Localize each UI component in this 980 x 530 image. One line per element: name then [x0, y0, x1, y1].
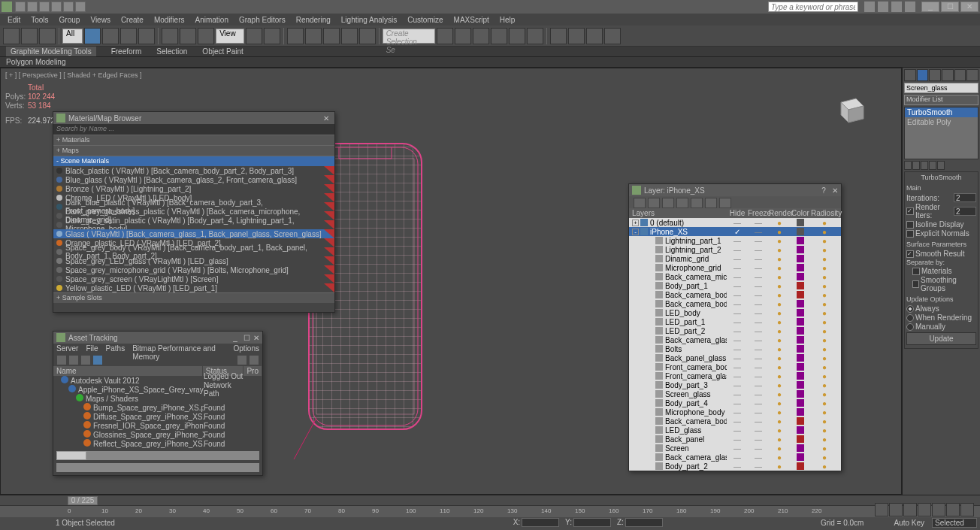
- render-toggle[interactable]: ●: [769, 237, 790, 245]
- render-toggle[interactable]: ●: [769, 453, 790, 462]
- asset-head-name[interactable]: Name: [53, 366, 203, 376]
- motion-tab[interactable]: [942, 69, 954, 81]
- schematic-view-btn[interactable]: [509, 28, 525, 44]
- y-coord-input[interactable]: [573, 518, 611, 527]
- ribbon-tab-freeform[interactable]: Freeform: [111, 47, 142, 56]
- radiosity-toggle[interactable]: ●: [811, 462, 838, 471]
- freeze-toggle[interactable]: —: [748, 435, 769, 444]
- hide-toggle[interactable]: —: [727, 426, 748, 435]
- hide-toggle[interactable]: —: [727, 345, 748, 353]
- render-toggle[interactable]: ●: [769, 318, 790, 326]
- freeze-toggle[interactable]: —: [748, 390, 769, 398]
- key-mode-dropdown[interactable]: Selected: [932, 518, 977, 528]
- render-toggle[interactable]: ●: [769, 300, 790, 308]
- freeze-toggle[interactable]: —: [748, 363, 769, 371]
- object-name-field[interactable]: [904, 83, 978, 93]
- help-search-input[interactable]: [768, 2, 858, 12]
- window-close[interactable]: ✕: [960, 2, 978, 12]
- freeze-toggle[interactable]: —: [748, 381, 769, 389]
- hide-toggle[interactable]: —: [727, 444, 748, 453]
- freeze-toggle[interactable]: —: [748, 444, 769, 453]
- hide-toggle[interactable]: —: [727, 309, 748, 317]
- layer-new-btn[interactable]: [634, 198, 646, 208]
- favorites-icon[interactable]: [891, 2, 902, 12]
- modifier-editable-poly[interactable]: Editable Poly: [905, 117, 978, 127]
- asset-btn-6[interactable]: [249, 355, 259, 365]
- radiosity-toggle[interactable]: ●: [811, 444, 838, 453]
- layer-row[interactable]: Back_panel——●●: [629, 435, 841, 444]
- iterations-spinner[interactable]: 2: [954, 193, 976, 202]
- layer-row[interactable]: Back_camera_glass_2——●●: [629, 335, 841, 344]
- radiosity-toggle[interactable]: ●: [811, 363, 838, 371]
- layer-row[interactable]: Back_camera_glass_1——●●: [629, 453, 841, 462]
- radiosity-toggle[interactable]: ●: [811, 228, 838, 236]
- color-swatch[interactable]: [790, 372, 811, 380]
- layer-head-render[interactable]: Render: [769, 209, 790, 217]
- snap-btn[interactable]: [287, 28, 304, 44]
- layer-row[interactable]: LED_part_1——●●: [629, 317, 841, 326]
- radiosity-toggle[interactable]: ●: [811, 300, 838, 308]
- render-toggle[interactable]: ●: [769, 462, 790, 471]
- render-toggle[interactable]: ●: [769, 426, 790, 435]
- update-render-radio[interactable]: [906, 314, 914, 322]
- hide-toggle[interactable]: —: [727, 453, 748, 462]
- render-toggle[interactable]: ●: [769, 327, 790, 335]
- menu-graph-editors[interactable]: Graph Editors: [234, 15, 290, 25]
- freeze-toggle[interactable]: —: [748, 345, 769, 353]
- material-item[interactable]: Space_grey_microphone_grid ( VRayMtl ) […: [53, 265, 334, 274]
- layer-row[interactable]: LED_part_2——●●: [629, 326, 841, 335]
- rendered-frame-btn[interactable]: [568, 28, 585, 44]
- radiosity-toggle[interactable]: ●: [811, 273, 838, 281]
- asset-row[interactable]: Bump_Space_grey_iPhone_XS.pngFound: [53, 403, 262, 412]
- layer-highlight-btn[interactable]: [691, 198, 703, 208]
- layer-head-freeze[interactable]: Freeze: [748, 209, 769, 217]
- qat-save[interactable]: [39, 2, 50, 12]
- autokey-btn[interactable]: Auto Key: [894, 519, 924, 527]
- render-toggle[interactable]: ●: [769, 444, 790, 453]
- render-iterative-btn[interactable]: [604, 28, 621, 44]
- hide-toggle[interactable]: —: [727, 363, 748, 371]
- freeze-toggle[interactable]: —: [748, 408, 769, 416]
- render-iters-spinner[interactable]: 2: [954, 207, 976, 216]
- layer-hide-btn[interactable]: [705, 198, 717, 208]
- layer-head-name[interactable]: Layers: [632, 209, 727, 217]
- asset-btn-3[interactable]: [80, 355, 91, 365]
- render-toggle[interactable]: ●: [769, 255, 790, 263]
- color-swatch[interactable]: [790, 336, 811, 344]
- link-btn[interactable]: [3, 28, 20, 44]
- color-swatch[interactable]: [790, 228, 811, 235]
- hide-toggle[interactable]: —: [727, 246, 748, 254]
- radiosity-toggle[interactable]: ●: [811, 426, 838, 435]
- layer-row[interactable]: Back_camera_body_part_1——●●: [629, 416, 841, 426]
- layer-row[interactable]: Lightning_part_2——●●: [629, 245, 841, 254]
- layer-select-btn[interactable]: [676, 198, 688, 208]
- hide-toggle[interactable]: —: [727, 381, 748, 389]
- render-toggle[interactable]: ●: [769, 363, 790, 371]
- radiosity-toggle[interactable]: ●: [811, 336, 838, 344]
- make-unique-btn[interactable]: [921, 161, 928, 170]
- freeze-toggle[interactable]: —: [748, 372, 769, 380]
- color-swatch[interactable]: [790, 282, 811, 289]
- material-item[interactable]: Black_plastic ( VRayMtl ) [Back_camera_b…: [53, 166, 334, 175]
- freeze-toggle[interactable]: —: [748, 228, 769, 236]
- selection-filter-dropdown[interactable]: All: [62, 29, 83, 44]
- layer-row[interactable]: LED_body——●●: [629, 308, 841, 317]
- key-mode-btn[interactable]: [946, 503, 960, 516]
- material-item[interactable]: Bronze ( VRayMtl ) [Lightning_part_2]: [53, 184, 334, 193]
- qat-redo[interactable]: [63, 2, 74, 12]
- smooth-result-checkbox[interactable]: [906, 250, 914, 258]
- hide-toggle[interactable]: —: [727, 282, 748, 290]
- play-btn[interactable]: [903, 503, 917, 516]
- radiosity-toggle[interactable]: ●: [811, 309, 838, 317]
- radiosity-toggle[interactable]: ●: [811, 246, 838, 254]
- color-swatch[interactable]: [790, 462, 811, 470]
- layer-add-sel-btn[interactable]: [662, 198, 674, 208]
- material-search-input[interactable]: Search by Name ...: [53, 124, 334, 135]
- radiosity-toggle[interactable]: ●: [811, 372, 838, 380]
- menu-customize[interactable]: Customize: [403, 15, 447, 25]
- radiosity-toggle[interactable]: ●: [811, 219, 838, 227]
- render-toggle[interactable]: ●: [769, 273, 790, 281]
- search-icon[interactable]: [864, 2, 875, 12]
- maps-category[interactable]: + Maps: [53, 145, 334, 156]
- layer-row[interactable]: Body_part_2——●●: [629, 462, 841, 471]
